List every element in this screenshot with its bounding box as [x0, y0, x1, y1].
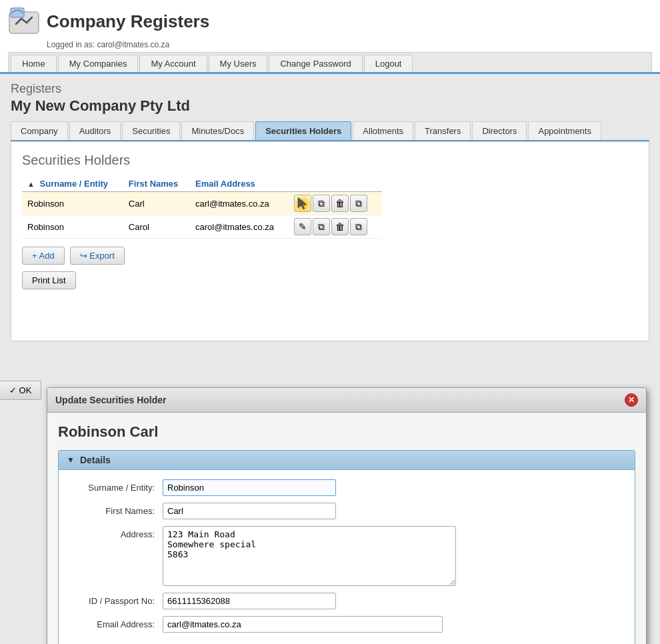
- nav-logout[interactable]: Logout: [364, 55, 413, 72]
- update-modal: Update Securities Holder ✕ Robinson Carl…: [47, 387, 647, 644]
- cell-surname-2: Robinson: [22, 215, 123, 239]
- sort-arrow-icon: ▲: [27, 180, 35, 188]
- edit-icon: ✎: [299, 198, 307, 209]
- more-button-2[interactable]: ⧉: [350, 218, 367, 235]
- id-row: ID / Passport No:: [69, 593, 624, 609]
- modal-body: Robinson Carl ▼ Details Surname / Entity…: [47, 413, 646, 644]
- tab-transfers[interactable]: Transfers: [415, 121, 471, 140]
- email-label: Email Address:: [69, 616, 163, 629]
- delete-icon-2: 🗑: [335, 221, 345, 232]
- copy-icon-2: ⧉: [318, 221, 325, 233]
- edit-icon-2: ✎: [299, 221, 307, 232]
- details-section-header[interactable]: ▼ Details: [58, 450, 635, 470]
- delete-button-1[interactable]: 🗑: [331, 195, 349, 212]
- app-header: Company Registers Logged in as: carol@it…: [0, 0, 660, 74]
- modal-header: Update Securities Holder ✕: [47, 388, 646, 413]
- more-icon: ⧉: [355, 198, 362, 209]
- surname-row: Surname / Entity:: [69, 479, 624, 496]
- copy-icon: ⧉: [318, 198, 325, 209]
- details-section-body: Surname / Entity: First Names: Address: …: [58, 470, 635, 644]
- id-label: ID / Passport No:: [69, 593, 163, 606]
- details-section: ▼ Details Surname / Entity: First Names:: [58, 450, 635, 644]
- delete-icon: 🗑: [335, 198, 345, 209]
- surname-field[interactable]: [163, 479, 336, 496]
- tab-minutes-docs[interactable]: Minutes/Docs: [181, 121, 254, 140]
- modal-record-name: Robinson Carl: [58, 423, 635, 441]
- row-actions-2: ✎ ⧉ 🗑 ⧉: [289, 215, 382, 239]
- copy-button-1[interactable]: ⧉: [313, 195, 330, 212]
- cell-email-2: carol@itmates.co.za: [190, 215, 289, 239]
- first-names-row: First Names:: [69, 503, 624, 519]
- address-field[interactable]: 123 Main Road Somewhere special 5863: [163, 526, 456, 586]
- tabs-bar: Company Auditors Securities Minutes/Docs…: [11, 121, 649, 141]
- col-actions: [289, 176, 382, 192]
- tab-company[interactable]: Company: [11, 121, 68, 140]
- tab-appointments[interactable]: Appointments: [528, 121, 601, 140]
- modal-title: Update Securities Holder: [55, 395, 167, 405]
- address-row: Address: 123 Main Road Somewhere special…: [69, 526, 624, 586]
- tab-directors[interactable]: Directors: [472, 121, 527, 140]
- export-button[interactable]: ↪ Export: [70, 247, 125, 265]
- details-section-label: Details: [80, 455, 111, 465]
- tab-auditors[interactable]: Auditors: [69, 121, 121, 140]
- modal-close-button[interactable]: ✕: [625, 393, 638, 407]
- collapse-icon: ▼: [67, 455, 75, 465]
- panel-title: Securities Holders: [22, 153, 638, 168]
- nav-my-account[interactable]: My Account: [139, 55, 207, 72]
- nav-my-companies[interactable]: My Companies: [58, 55, 139, 72]
- cell-surname-1: Robinson: [22, 192, 123, 215]
- row-actions-1: ✎: [289, 192, 382, 215]
- tab-securities-holders[interactable]: Securities Holders: [255, 121, 351, 140]
- app-title: Company Registers: [47, 11, 209, 32]
- col-email[interactable]: Email Address: [190, 176, 289, 192]
- email-row: Email Address:: [69, 616, 624, 633]
- edit-button-2[interactable]: ✎: [294, 218, 311, 235]
- address-label: Address:: [69, 526, 163, 539]
- tab-allotments[interactable]: Allotments: [353, 121, 413, 140]
- copy-button-2[interactable]: ⧉: [313, 218, 330, 235]
- first-names-label: First Names:: [69, 503, 163, 516]
- nav-home[interactable]: Home: [11, 55, 57, 72]
- app-logo: [8, 5, 40, 37]
- nav-change-password[interactable]: Change Password: [269, 55, 362, 72]
- first-names-field[interactable]: [163, 503, 336, 519]
- cell-firstname-1: Carl: [123, 192, 190, 215]
- delete-button-2[interactable]: 🗑: [331, 218, 349, 235]
- more-icon-2: ⧉: [355, 221, 362, 233]
- securities-holders-panel: Securities Holders ▲ Surname / Entity Fi…: [11, 141, 649, 341]
- tab-securities[interactable]: Securities: [122, 121, 180, 140]
- table-row[interactable]: Robinson Carol carol@itmates.co.za ✎ ⧉: [22, 215, 382, 239]
- bottom-buttons: + Add ↪ Export: [22, 247, 638, 265]
- cell-firstname-2: Carol: [123, 215, 190, 239]
- print-list-button[interactable]: Print List: [22, 271, 76, 289]
- more-button-1[interactable]: ⧉: [350, 195, 367, 212]
- edit-button-1[interactable]: ✎: [294, 195, 311, 212]
- logged-in-label: Logged in as: carol@itmates.co.za: [47, 40, 652, 49]
- cell-email-1: carl@itmates.co.za: [190, 192, 289, 215]
- id-field[interactable]: [163, 593, 336, 609]
- col-first-names[interactable]: First Names: [123, 176, 190, 192]
- ok-button[interactable]: ✓ OK: [0, 381, 41, 400]
- nav-bar: Home My Companies My Account My Users Ch…: [8, 52, 652, 72]
- nav-my-users[interactable]: My Users: [209, 55, 268, 72]
- company-name: My New Company Pty Ltd: [11, 97, 649, 115]
- email-field[interactable]: [163, 616, 443, 633]
- surname-label: Surname / Entity:: [69, 479, 163, 493]
- add-button[interactable]: + Add: [22, 247, 65, 265]
- table-row[interactable]: Robinson Carl carl@itmates.co.za ✎: [22, 192, 382, 215]
- holders-table: ▲ Surname / Entity First Names Email Add…: [22, 176, 382, 239]
- col-surname[interactable]: ▲ Surname / Entity: [22, 176, 123, 192]
- page-label: Registers: [11, 82, 649, 96]
